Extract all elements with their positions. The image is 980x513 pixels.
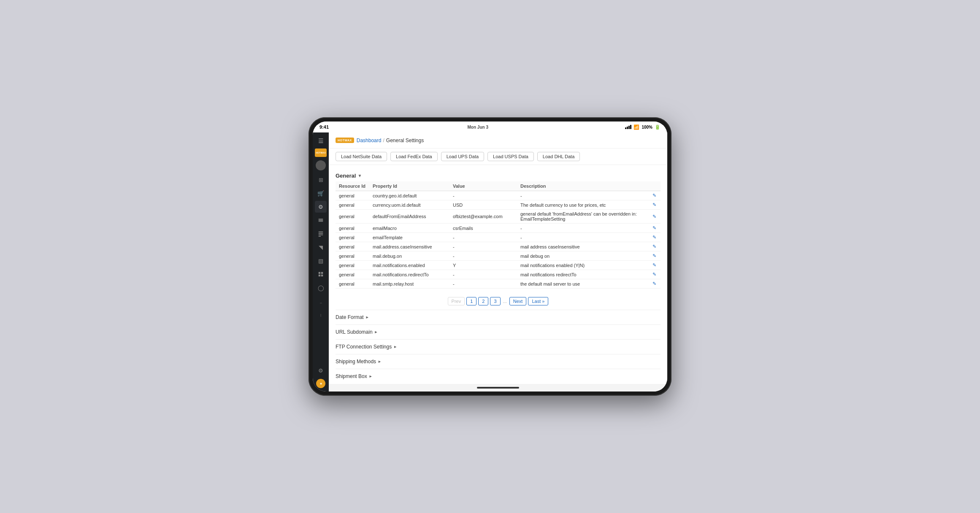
next-button[interactable]: Next (509, 297, 527, 305)
general-section-arrow: ▼ (357, 173, 362, 178)
cell-edit-4[interactable]: ✎ (648, 233, 661, 242)
load-ups-button[interactable]: Load UPS Data (441, 152, 484, 161)
sidebar-item-grid[interactable] (315, 268, 327, 280)
cell-property-2: defaultFromEmailAddress (369, 210, 449, 224)
app-layout: ☰ HOTWAX ⊞ 🛒 ⚙ ◥ ▧ (313, 132, 667, 392)
table-row: general currency.uom.id.default USD The … (336, 200, 661, 210)
col-header-resource: Resource Id (336, 181, 369, 191)
cell-value-2: ofbiztest@example.com (449, 210, 517, 224)
table-row: general mail.notifications.enabled Y mai… (336, 261, 661, 270)
action-bar: Load NetSuite Data Load FedEx Data Load … (329, 148, 667, 165)
date-format-section[interactable]: Date Format ► (336, 310, 661, 324)
sidebar-item-pipe[interactable]: | (315, 309, 327, 321)
cell-edit-0[interactable]: ✎ (648, 191, 661, 200)
table-row: general mail.notifications.redirectTo - … (336, 270, 661, 279)
table-body: general country.geo.id.default - - ✎ gen… (336, 191, 661, 289)
cell-edit-2[interactable]: ✎ (648, 210, 661, 224)
url-subdomain-label: URL Subdomain (336, 329, 373, 335)
cell-resource-2: general (336, 210, 369, 224)
cell-resource-7: general (336, 261, 369, 270)
svg-rect-4 (319, 233, 323, 234)
ftp-connection-section[interactable]: FTP Connection Settings ► (336, 339, 661, 354)
battery-icon: 🔋 (655, 124, 661, 130)
page-3-button[interactable]: 3 (490, 297, 500, 305)
col-header-description: Description (517, 181, 648, 191)
wifi-icon: 📶 (633, 124, 639, 130)
status-time-date: 9:41 (319, 124, 329, 130)
cell-property-7: mail.notifications.enabled (369, 261, 449, 270)
cell-property-6: mail.debug.on (369, 251, 449, 261)
main-content: HOTWAX Dashboard / General Settings Load… (329, 132, 667, 392)
cell-edit-7[interactable]: ✎ (648, 261, 661, 270)
hamburger-menu[interactable]: ☰ (317, 136, 325, 146)
cell-value-8: - (449, 270, 517, 279)
cell-resource-1: general (336, 200, 369, 210)
cell-edit-3[interactable]: ✎ (648, 224, 661, 233)
svg-rect-10 (321, 275, 323, 276)
page-2-button[interactable]: 2 (478, 297, 488, 305)
svg-rect-0 (319, 219, 323, 220)
general-section-header[interactable]: General ▼ (336, 169, 661, 181)
page-content: General ▼ Resource Id Property Id Value … (329, 165, 667, 384)
date-format-arrow: ► (365, 315, 369, 319)
shipping-methods-section[interactable]: Shipping Methods ► (336, 354, 661, 369)
table-header-row: Resource Id Property Id Value Descriptio… (336, 181, 661, 191)
status-date: Mon Jun 3 (468, 125, 488, 130)
sidebar-item-list[interactable] (315, 228, 327, 240)
sidebar-item-link[interactable]: ◥ (315, 241, 327, 253)
prev-button[interactable]: Prev (448, 297, 465, 305)
shipping-methods-arrow: ► (378, 359, 382, 364)
svg-rect-6 (319, 236, 321, 237)
cell-resource-5: general (336, 242, 369, 251)
cell-edit-5[interactable]: ✎ (648, 242, 661, 251)
load-dhl-button[interactable]: Load DHL Data (537, 152, 580, 161)
svg-rect-9 (319, 275, 320, 276)
shipping-methods-label: Shipping Methods (336, 359, 376, 364)
table-row: general mail.address.caseInsensitive - m… (336, 242, 661, 251)
url-subdomain-section[interactable]: URL Subdomain ► (336, 324, 661, 339)
shipment-box-section[interactable]: Shipment Box ► (336, 369, 661, 383)
load-usps-button[interactable]: Load USPS Data (487, 152, 534, 161)
cell-resource-4: general (336, 233, 369, 242)
last-button[interactable]: Last » (528, 297, 548, 305)
cell-value-0: - (449, 191, 517, 200)
cell-value-6: - (449, 251, 517, 261)
ftp-connection-label: FTP Connection Settings (336, 344, 392, 350)
sidebar-item-settings[interactable]: ⚙ (315, 201, 327, 213)
load-fedex-button[interactable]: Load FedEx Data (390, 152, 438, 161)
breadcrumb-separator: / (383, 138, 384, 143)
cell-description-0: - (517, 191, 648, 200)
sidebar-item-cart[interactable]: 🛒 (315, 187, 327, 199)
sidebar-item-barcode[interactable]: ▧ (315, 255, 327, 267)
user-avatar[interactable] (316, 160, 326, 170)
page-1-button[interactable]: 1 (466, 297, 476, 305)
cell-description-9: the default mail server to use (517, 279, 648, 289)
cell-description-5: mail address caseInsensitive (517, 242, 648, 251)
topbar-logo: HOTWAX (336, 138, 354, 143)
cell-edit-9[interactable]: ✎ (648, 279, 661, 289)
cell-property-5: mail.address.caseInsensitive (369, 242, 449, 251)
cell-edit-6[interactable]: ✎ (648, 251, 661, 261)
cell-value-3: csrEmails (449, 224, 517, 233)
table-row: general mail.smtp.relay.host - the defau… (336, 279, 661, 289)
col-header-value: Value (449, 181, 517, 191)
shipment-box-label: Shipment Box (336, 373, 367, 379)
cell-description-1: The default currency to use for prices, … (517, 200, 648, 210)
sidebar-item-schedule[interactable]: ◯ (315, 282, 327, 294)
sidebar-item-layers[interactable] (315, 214, 327, 226)
table-row: general country.geo.id.default - - ✎ (336, 191, 661, 200)
svg-rect-3 (319, 232, 323, 232)
status-right: 📶 100% 🔋 (625, 124, 661, 130)
signal-bars-icon (625, 125, 631, 129)
sidebar-bottom: ⚙ ★ (315, 364, 327, 388)
general-table: Resource Id Property Id Value Descriptio… (336, 181, 661, 289)
cell-edit-8[interactable]: ✎ (648, 270, 661, 279)
sidebar-item-home[interactable]: ⊞ (315, 174, 327, 186)
breadcrumb-dashboard[interactable]: Dashboard (357, 138, 382, 143)
sidebar-item-cog[interactable]: ⚙ (315, 364, 327, 376)
cell-edit-1[interactable]: ✎ (648, 200, 661, 210)
cell-resource-6: general (336, 251, 369, 261)
sidebar-item-more1[interactable]: ⎯ (315, 295, 327, 307)
breadcrumb-current-page: General Settings (386, 138, 424, 143)
load-netsuite-button[interactable]: Load NetSuite Data (336, 152, 387, 161)
